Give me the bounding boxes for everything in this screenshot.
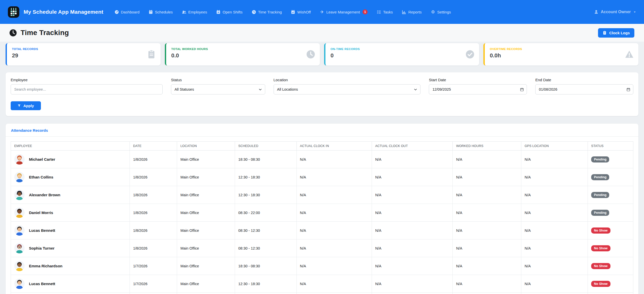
account-menu[interactable]: Account Owner <box>594 10 636 14</box>
attendance-records-title: Attendance Records <box>6 124 638 137</box>
nav-item-leave-management[interactable]: ✈Leave Management1 <box>320 9 368 14</box>
app-logo-icon <box>8 6 20 18</box>
employee-name: Emma Richardson <box>29 264 62 268</box>
gear-icon: ⚙ <box>431 10 435 14</box>
check-circle-icon <box>465 50 475 59</box>
cell-date: 1/8/2026 <box>130 204 177 222</box>
avatar <box>14 154 25 165</box>
cell-worked-hours: N/A <box>453 275 521 293</box>
employee-name: Lucas Bennett <box>29 282 55 286</box>
nav-item-time-tracking[interactable]: Time Tracking <box>252 10 282 14</box>
location-filter: Location All Locations <box>274 78 421 94</box>
nav-item-dashboard[interactable]: Dashboard <box>115 10 139 14</box>
cell-gps-location: N/A <box>521 275 588 293</box>
cell-date: 1/8/2026 <box>130 222 177 239</box>
cell-worked-hours: N/A <box>453 239 521 257</box>
clock-icon <box>306 50 315 59</box>
table-row: Emma Richardson1/7/2026Main Office18:30 … <box>11 257 633 275</box>
table-row-partial <box>11 293 633 294</box>
nav-item-settings[interactable]: ⚙Settings <box>431 10 451 14</box>
cell-worked-hours: N/A <box>453 168 521 186</box>
nav-item-reports[interactable]: Reports <box>402 10 422 14</box>
clipboard-icon <box>147 50 156 59</box>
status-badge: Pending <box>591 210 609 216</box>
cell-clock-in: N/A <box>296 257 372 275</box>
stat-value: 0.0 <box>171 52 315 59</box>
location-select[interactable]: All Locations <box>274 84 421 94</box>
nav-item-schedules[interactable]: Schedules <box>149 10 173 14</box>
end-date-label: End Date <box>535 78 633 82</box>
stat-label: TOTAL RECORDS <box>12 47 155 51</box>
end-date-input[interactable] <box>539 87 630 91</box>
nav-item-tasks[interactable]: Tasks <box>377 10 393 14</box>
table-row: Ethan Collins1/8/2026Main Office12:30 - … <box>11 168 633 186</box>
cell-clock-in: N/A <box>296 168 372 186</box>
cell-scheduled: 18:30 - 08:30 <box>235 257 296 275</box>
chevron-down-icon <box>258 88 262 91</box>
cell-gps-location: N/A <box>521 186 588 204</box>
status-badge: No Show <box>591 227 610 234</box>
column-header-gps-location: GPS LOCATION <box>521 142 588 151</box>
nav-item-employees[interactable]: Employees <box>182 10 207 14</box>
cell-location: Main Office <box>177 275 235 293</box>
cell-scheduled: 08:30 - 12:30 <box>235 222 296 239</box>
page-header: Time Tracking Clock Logs <box>0 24 644 42</box>
cell-clock-in: N/A <box>296 204 372 222</box>
cell-date: 1/8/2026 <box>130 186 177 204</box>
employee-label: Employee <box>11 78 163 82</box>
cell-scheduled: 12:30 - 18:30 <box>235 168 296 186</box>
cell-worked-hours: N/A <box>453 186 521 204</box>
start-date-input[interactable] <box>432 87 523 91</box>
employee-search-input[interactable] <box>14 87 159 91</box>
apply-filters-button[interactable]: Apply <box>11 101 41 110</box>
clock-icon <box>9 29 17 37</box>
avatar <box>14 172 25 182</box>
cell-clock-out: N/A <box>372 257 453 275</box>
table-row: Daniel Morris1/8/2026Main Office08:30 - … <box>11 204 633 222</box>
calendar-icon[interactable] <box>626 88 630 91</box>
cell-clock-out: N/A <box>372 275 453 293</box>
cell-clock-out: N/A <box>372 204 453 222</box>
cell-location: Main Office <box>177 222 235 239</box>
stat-value: 29 <box>12 52 155 59</box>
app-brand[interactable]: My Schedule App Management <box>8 6 103 18</box>
cell-worked-hours: N/A <box>453 151 521 168</box>
cell-clock-in: N/A <box>296 151 372 168</box>
clipboard-icon <box>603 31 607 35</box>
employee-name: Daniel Morris <box>29 210 53 215</box>
cell-location: Main Office <box>177 151 235 168</box>
table-row: Sophia Turner1/8/2026Main Office08:30 - … <box>11 239 633 257</box>
stat-card-on-time-records: ON-TIME RECORDS0 <box>324 43 479 66</box>
users-icon <box>182 10 186 14</box>
cell-location: Main Office <box>177 239 235 257</box>
nav-item-label: Dashboard <box>121 10 139 14</box>
cell-date: 1/8/2026 <box>130 151 177 168</box>
cell-clock-out: N/A <box>372 222 453 239</box>
cell-location: Main Office <box>177 257 235 275</box>
avatar <box>14 243 25 253</box>
employee-filter: Employee <box>11 78 163 94</box>
cell-scheduled: 08:30 - 22:00 <box>235 204 296 222</box>
person-icon <box>594 10 599 14</box>
status-badge: No Show <box>591 281 610 287</box>
nav-item-wishoff[interactable]: WishOff <box>291 10 311 14</box>
employee-name: Alexander Brown <box>29 193 60 197</box>
status-label: Status <box>171 78 265 82</box>
status-select[interactable]: All Statuses <box>171 84 265 94</box>
status-badge: No Show <box>591 263 610 269</box>
cell-clock-out: N/A <box>372 151 453 168</box>
column-header-actual-clock-out: ACTUAL CLOCK OUT <box>372 142 453 151</box>
end-date-filter: End Date <box>535 78 633 94</box>
clock-logs-button[interactable]: Clock Logs <box>598 28 634 38</box>
calendar-icon[interactable] <box>520 88 524 91</box>
cell-date: 1/8/2026 <box>130 239 177 257</box>
status-badge: Pending <box>591 156 609 162</box>
employee-name: Michael Carter <box>29 157 55 161</box>
cell-location: Main Office <box>177 204 235 222</box>
nav-item-open-shifts[interactable]: Open Shifts <box>216 10 242 14</box>
chevron-down-icon <box>414 88 417 91</box>
cell-scheduled: 12:30 - 18:30 <box>235 275 296 293</box>
column-header-status: STATUS <box>588 142 633 151</box>
stat-label: TOTAL WORKED HOURS <box>171 47 315 51</box>
cell-gps-location: N/A <box>521 204 588 222</box>
